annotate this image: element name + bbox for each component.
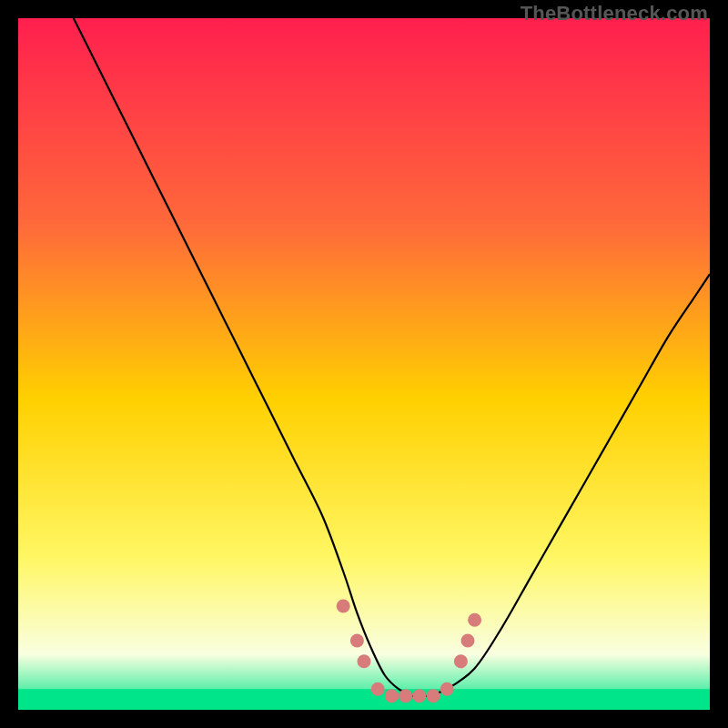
bottleneck-chart [18,18,710,710]
sweet-spot-marker [399,689,412,703]
sweet-spot-marker [468,613,481,627]
green-band [18,689,710,710]
sweet-spot-marker [358,654,371,668]
sweet-spot-marker [427,689,440,703]
sweet-spot-marker [350,634,364,648]
gradient-background [18,18,710,710]
outer-frame: TheBottleneck.com [0,0,728,728]
sweet-spot-marker [371,682,385,696]
sweet-spot-marker [412,689,426,703]
sweet-spot-marker [385,689,399,703]
sweet-spot-marker [454,654,468,668]
sweet-spot-marker [337,600,350,613]
watermark-text: TheBottleneck.com [521,2,708,25]
sweet-spot-marker [440,682,454,696]
plot-area [18,18,710,710]
sweet-spot-marker [461,634,475,648]
